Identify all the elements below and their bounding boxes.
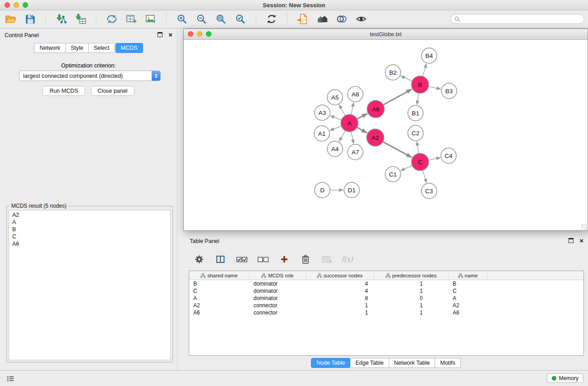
zoom-in-button[interactable] — [175, 12, 189, 26]
home-button[interactable] — [316, 12, 329, 26]
close-panel-button[interactable]: Close panel — [91, 86, 134, 96]
edge-A2-C[interactable] — [383, 142, 412, 157]
table-row[interactable]: Cdominator41C — [189, 287, 583, 295]
tab-mcds[interactable]: MCDS — [115, 43, 143, 53]
function-builder-button[interactable]: f(x) — [341, 255, 353, 263]
edge-A-A2[interactable] — [357, 127, 367, 133]
node-B3[interactable]: B3 — [441, 83, 457, 99]
mcds-result-list[interactable]: A2ABCA6 — [9, 210, 171, 360]
apply-layout-button[interactable] — [265, 12, 278, 26]
delete-table-button[interactable] — [320, 253, 334, 266]
node-A6[interactable]: A6 — [367, 100, 384, 118]
table-row[interactable]: A6connector11A6 — [189, 309, 583, 316]
float-panel-icon[interactable] — [158, 32, 163, 37]
node-B2[interactable]: B2 — [385, 65, 401, 80]
node-C[interactable]: C — [411, 153, 429, 171]
zoom-out-button[interactable] — [195, 12, 208, 26]
table-row[interactable]: Bdominator41B — [189, 280, 583, 287]
edge-B-B1[interactable] — [417, 93, 419, 105]
node-B1[interactable]: B1 — [408, 105, 423, 121]
close-panel-icon[interactable]: × — [168, 32, 172, 37]
tab-network[interactable]: Network — [34, 43, 66, 53]
node-table[interactable]: shared nameMCDS rolesuccessor nodesprede… — [189, 271, 584, 356]
node-D1[interactable]: D1 — [344, 182, 359, 198]
export-image-button[interactable] — [144, 12, 158, 26]
edge-A-A8[interactable] — [351, 103, 354, 115]
styles-button[interactable] — [335, 12, 349, 26]
node-A3[interactable]: A3 — [315, 105, 330, 120]
mcds-result-item[interactable]: A6 — [9, 240, 170, 248]
node-A2[interactable]: A2 — [367, 129, 384, 146]
zoom-window-button[interactable] — [23, 2, 28, 8]
node-A4[interactable]: A4 — [327, 141, 343, 157]
import-network-file-button[interactable] — [54, 12, 68, 26]
column-header-shared-name[interactable]: shared name — [189, 271, 249, 280]
open-file-button[interactable] — [4, 12, 17, 26]
node-A7[interactable]: A7 — [348, 144, 363, 160]
network-zoom-button[interactable] — [206, 31, 211, 37]
minimize-window-button[interactable] — [14, 2, 19, 8]
window-resize-grip[interactable] — [581, 224, 587, 230]
mcds-result-item[interactable]: A — [9, 219, 170, 226]
memory-button[interactable]: Memory — [547, 373, 583, 383]
edge-C-C4[interactable] — [429, 157, 440, 160]
edge-C-C1[interactable] — [401, 166, 412, 171]
close-window-button[interactable] — [5, 2, 10, 8]
deselect-all-button[interactable] — [256, 253, 270, 266]
tab-motifs[interactable]: Motifs — [435, 358, 460, 368]
node-C3[interactable]: C3 — [421, 183, 437, 199]
edge-A6-B[interactable] — [383, 89, 412, 105]
open-manual-button[interactable] — [296, 12, 310, 26]
import-table-file-button[interactable] — [74, 12, 87, 26]
node-C4[interactable]: C4 — [441, 148, 456, 163]
table-row[interactable]: A2connector11A2 — [189, 302, 583, 309]
node-A8[interactable]: A8 — [348, 86, 363, 102]
network-close-button[interactable] — [188, 31, 193, 37]
edge-A-A6[interactable] — [357, 114, 368, 119]
edge-A-A5[interactable] — [339, 105, 345, 116]
node-A1[interactable]: A1 — [314, 126, 330, 141]
edge-A-A7[interactable] — [351, 132, 354, 144]
table-settings-button[interactable] — [192, 253, 206, 266]
column-header-MCDS-role[interactable]: MCDS role — [249, 271, 306, 280]
node-C1[interactable]: C1 — [385, 167, 401, 182]
search-input[interactable] — [463, 15, 580, 23]
close-table-panel-icon[interactable]: × — [579, 238, 583, 243]
node-A[interactable]: A — [341, 114, 358, 132]
new-network-button[interactable] — [105, 12, 119, 26]
node-B4[interactable]: B4 — [421, 48, 437, 63]
network-canvas[interactable]: AA1A2A3A4A5A6A7A8BB1B2B3B4CC1C2C3C4DD1 — [184, 40, 588, 230]
zoom-fit-button[interactable] — [214, 12, 228, 26]
edge-A-A3[interactable] — [330, 116, 342, 120]
task-history-button[interactable] — [5, 374, 16, 383]
node-C2[interactable]: C2 — [408, 125, 423, 141]
tab-edge-table[interactable]: Edge Table — [350, 358, 389, 368]
delete-row-button[interactable] — [299, 253, 312, 266]
tab-style[interactable]: Style — [65, 43, 89, 53]
node-B[interactable]: B — [411, 76, 429, 93]
mcds-result-item[interactable]: B — [9, 226, 170, 233]
save-session-button[interactable] — [23, 12, 37, 26]
node-D[interactable]: D — [315, 182, 330, 198]
mcds-result-item[interactable]: C — [9, 233, 170, 240]
show-graphics-button[interactable] — [354, 12, 368, 26]
new-table-button[interactable] — [124, 12, 138, 26]
column-header-predecessor-nodes[interactable]: predecessor nodes — [374, 271, 449, 280]
edge-A-A1[interactable] — [330, 126, 341, 131]
search-field[interactable] — [450, 14, 584, 24]
edge-B-B4[interactable] — [423, 64, 427, 76]
mcds-result-item[interactable]: A2 — [9, 211, 170, 219]
add-row-button[interactable] — [277, 253, 291, 266]
tab-node-table[interactable]: Node Table — [311, 358, 350, 368]
run-mcds-button[interactable]: Run MCDS — [43, 86, 85, 96]
float-table-panel-icon[interactable] — [569, 238, 574, 243]
tab-select[interactable]: Select — [88, 43, 115, 53]
edge-C-C2[interactable] — [417, 142, 419, 153]
edge-A-A4[interactable] — [339, 131, 345, 142]
select-all-button[interactable] — [235, 253, 249, 266]
column-header-name[interactable]: name — [449, 271, 488, 280]
column-visibility-button[interactable] — [214, 253, 227, 266]
column-header-successor-nodes[interactable]: successor nodes — [306, 271, 374, 280]
network-minimize-button[interactable] — [197, 31, 202, 37]
zoom-selected-button[interactable] — [234, 12, 247, 26]
